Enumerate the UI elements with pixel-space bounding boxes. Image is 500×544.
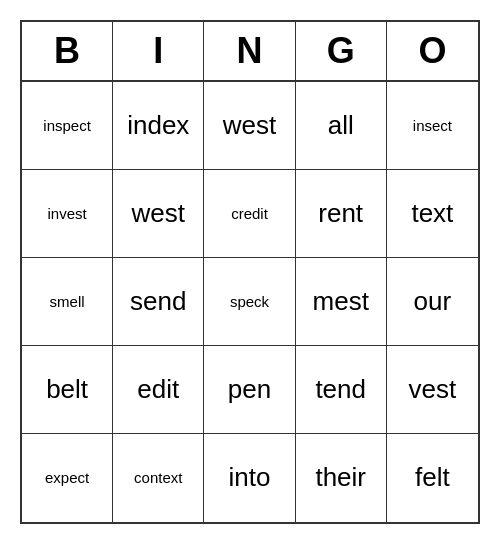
cell-word: belt xyxy=(46,374,88,405)
bingo-cell: west xyxy=(204,82,295,170)
cell-word: rent xyxy=(318,198,363,229)
cell-word: context xyxy=(134,469,182,487)
cell-word: their xyxy=(315,462,366,493)
bingo-header-letter: O xyxy=(387,22,478,80)
cell-word: west xyxy=(223,110,276,141)
bingo-grid: inspectindexwestallinsectinvestwestcredi… xyxy=(22,82,478,522)
bingo-cell: felt xyxy=(387,434,478,522)
cell-word: our xyxy=(414,286,452,317)
bingo-cell: our xyxy=(387,258,478,346)
cell-word: expect xyxy=(45,469,89,487)
bingo-header: BINGO xyxy=(22,22,478,82)
bingo-cell: speck xyxy=(204,258,295,346)
bingo-cell: edit xyxy=(113,346,204,434)
bingo-cell: invest xyxy=(22,170,113,258)
bingo-header-letter: N xyxy=(204,22,295,80)
cell-word: inspect xyxy=(43,117,91,135)
bingo-cell: into xyxy=(204,434,295,522)
bingo-cell: west xyxy=(113,170,204,258)
cell-word: felt xyxy=(415,462,450,493)
cell-word: mest xyxy=(313,286,369,317)
bingo-cell: rent xyxy=(296,170,387,258)
cell-word: text xyxy=(411,198,453,229)
bingo-cell: credit xyxy=(204,170,295,258)
bingo-cell: text xyxy=(387,170,478,258)
bingo-header-letter: B xyxy=(22,22,113,80)
cell-word: into xyxy=(229,462,271,493)
cell-word: pen xyxy=(228,374,271,405)
cell-word: insect xyxy=(413,117,452,135)
bingo-cell: index xyxy=(113,82,204,170)
bingo-cell: send xyxy=(113,258,204,346)
cell-word: edit xyxy=(137,374,179,405)
bingo-cell: expect xyxy=(22,434,113,522)
bingo-cell: smell xyxy=(22,258,113,346)
bingo-cell: vest xyxy=(387,346,478,434)
cell-word: invest xyxy=(48,205,87,223)
bingo-header-letter: I xyxy=(113,22,204,80)
cell-word: vest xyxy=(409,374,457,405)
cell-word: tend xyxy=(315,374,366,405)
bingo-cell: context xyxy=(113,434,204,522)
bingo-cell: mest xyxy=(296,258,387,346)
bingo-cell: all xyxy=(296,82,387,170)
bingo-cell: belt xyxy=(22,346,113,434)
cell-word: send xyxy=(130,286,186,317)
bingo-cell: inspect xyxy=(22,82,113,170)
cell-word: index xyxy=(127,110,189,141)
bingo-card: BINGO inspectindexwestallinsectinvestwes… xyxy=(20,20,480,524)
cell-word: smell xyxy=(50,293,85,311)
bingo-cell: pen xyxy=(204,346,295,434)
bingo-cell: tend xyxy=(296,346,387,434)
bingo-cell: their xyxy=(296,434,387,522)
cell-word: west xyxy=(132,198,185,229)
cell-word: all xyxy=(328,110,354,141)
cell-word: speck xyxy=(230,293,269,311)
bingo-cell: insect xyxy=(387,82,478,170)
bingo-header-letter: G xyxy=(296,22,387,80)
cell-word: credit xyxy=(231,205,268,223)
